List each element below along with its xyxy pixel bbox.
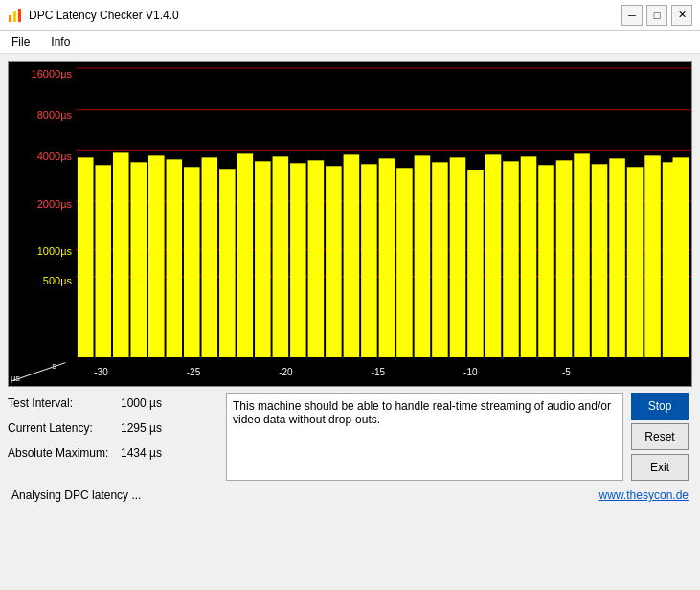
y-label-2000: 2000µs [12,198,72,210]
x-labels: -30 -25 -20 -15 -10 -5 [76,357,691,386]
svg-rect-39 [609,158,625,357]
svg-line-44 [13,363,66,381]
title-controls: ─ □ ✕ [621,5,692,26]
svg-text:s: s [52,360,56,371]
reset-button[interactable]: Reset [631,423,689,450]
svg-rect-1 [13,11,16,22]
svg-rect-35 [538,165,554,357]
y-label-16000: 16000µs [12,68,72,79]
exit-button[interactable]: Exit [631,454,689,481]
x-label-25: -25 [187,367,200,377]
status-text: Analysing DPC latency ... [11,488,141,502]
chart-svg [76,62,691,357]
x-label-5: -5 [562,367,571,377]
stop-button[interactable]: Stop [631,393,689,420]
svg-rect-24 [344,154,360,357]
chart-plot [76,62,691,357]
svg-rect-26 [379,158,395,357]
title-bar: DPC Latency Checker V1.4.0 ─ □ ✕ [0,0,700,31]
absolute-max-label: Absolute Maximum: [8,446,113,460]
app-icon [8,8,23,23]
info-message: This machine should be able to handle re… [226,393,623,481]
y-label-500: 500µs [12,275,72,286]
maximize-button[interactable]: □ [646,5,667,26]
svg-rect-13 [148,155,165,357]
svg-rect-31 [467,170,484,357]
menu-bar: File Info [0,31,700,54]
info-stats: Test Interval: 1000 µs Current Latency: … [8,393,218,481]
x-label-20: -20 [279,367,292,377]
absolute-max-value: 1434 µs [121,446,162,460]
svg-rect-25 [361,164,377,357]
svg-rect-23 [326,166,342,357]
svg-rect-37 [574,153,590,357]
action-buttons: Stop Reset Exit [631,393,692,481]
current-latency-value: 1295 µs [121,421,162,435]
y-label-4000: 4000µs [12,150,72,162]
menu-file[interactable]: File [6,34,35,51]
test-interval-value: 1000 µs [121,397,162,410]
svg-rect-11 [113,152,129,357]
info-panel: Test Interval: 1000 µs Current Latency: … [8,393,692,481]
svg-rect-33 [503,161,519,357]
svg-rect-28 [415,155,431,357]
svg-rect-43 [673,157,689,357]
svg-text:µs: µs [11,373,20,383]
svg-rect-15 [184,167,200,357]
x-axis: µs s -30 -25 -20 -15 -10 -5 [9,357,691,386]
window-title: DPC Latency Checker V1.4.0 [29,9,179,22]
x-label-15: -15 [372,367,385,377]
svg-rect-32 [485,154,502,357]
test-interval-row: Test Interval: 1000 µs [8,393,218,414]
svg-rect-20 [273,156,289,357]
svg-rect-14 [167,159,183,357]
menu-info[interactable]: Info [45,34,76,51]
chart-container: 16000µs 8000µs 4000µs 2000µs 1000µs 500µ… [8,61,692,387]
svg-rect-27 [396,168,413,357]
thesycon-link[interactable]: www.thesycon.de [599,488,689,502]
minimize-button[interactable]: ─ [621,5,643,26]
svg-rect-30 [450,157,466,357]
y-label-8000: 8000µs [12,109,72,121]
svg-rect-17 [219,169,236,357]
svg-rect-16 [202,157,218,357]
svg-rect-19 [255,161,271,357]
current-latency-row: Current Latency: 1295 µs [8,418,218,439]
svg-rect-9 [78,157,94,357]
svg-rect-40 [627,167,644,357]
close-button[interactable]: ✕ [671,5,692,26]
svg-rect-22 [308,160,325,357]
absolute-max-row: Absolute Maximum: 1434 µs [8,442,218,464]
title-bar-left: DPC Latency Checker V1.4.0 [8,8,179,23]
current-latency-label: Current Latency: [8,421,113,435]
y-label-1000: 1000µs [12,245,72,257]
x-label-10: -10 [463,367,477,377]
svg-rect-29 [432,162,448,357]
main-container: 16000µs 8000µs 4000µs 2000µs 1000µs 500µ… [0,54,700,511]
status-bar: Analysing DPC latency ... www.thesycon.d… [8,487,692,504]
svg-rect-21 [290,163,306,357]
x-unit-container: µs s [9,357,76,386]
svg-rect-12 [130,162,147,357]
svg-rect-18 [237,153,254,357]
svg-rect-10 [95,165,111,357]
y-axis-labels: 16000µs 8000µs 4000µs 2000µs 1000µs 500µ… [9,62,76,357]
svg-rect-38 [592,164,608,357]
axis-diagonal: µs s [9,357,70,386]
x-label-30: -30 [94,367,107,377]
svg-rect-0 [9,15,11,22]
svg-rect-36 [556,160,573,357]
test-interval-label: Test Interval: [8,397,113,410]
svg-rect-41 [644,155,661,357]
svg-rect-34 [521,156,537,357]
svg-rect-2 [18,9,21,22]
